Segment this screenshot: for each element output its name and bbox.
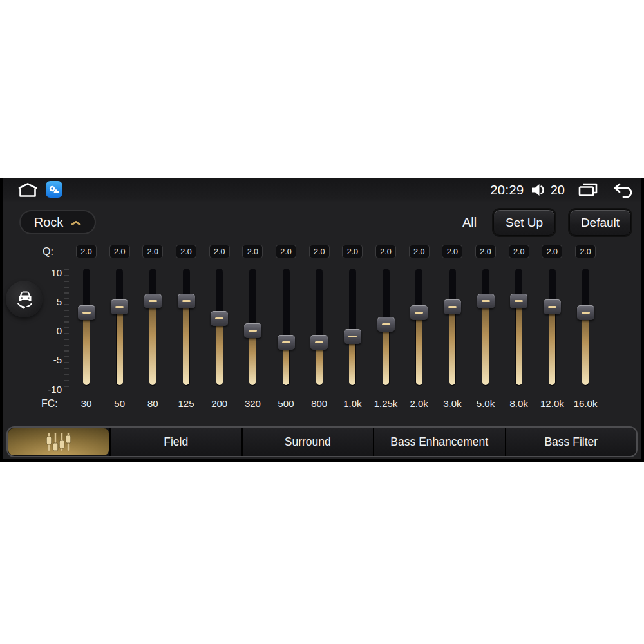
fc-row-label: FC:	[41, 398, 58, 410]
gain-axis-tick	[64, 316, 69, 317]
band-slider-handle[interactable]	[344, 329, 361, 344]
band-slider-track[interactable]	[116, 269, 123, 386]
q-value-box[interactable]: 2.0	[542, 245, 562, 258]
band-slider-track[interactable]	[449, 269, 456, 386]
handle-notch	[182, 300, 191, 302]
preset-dropdown[interactable]: Rock	[19, 210, 96, 234]
tab-label: Field	[164, 435, 188, 449]
q-value-box[interactable]: 2.0	[209, 245, 230, 258]
band-slider-track[interactable]	[549, 269, 556, 386]
screenshot-page: { "status_bar": { "time": "20:29", "volu…	[0, 0, 644, 644]
band-slider-handle[interactable]	[410, 305, 428, 320]
all-label: All	[462, 215, 477, 230]
band-frequency-label: 800	[301, 398, 337, 409]
tab-surround[interactable]: Surround	[242, 428, 374, 456]
band-slider-handle[interactable]	[544, 299, 561, 314]
band-slider-handle[interactable]	[211, 311, 228, 326]
gain-axis-tick	[64, 321, 69, 323]
volume-button[interactable]	[531, 183, 547, 197]
clock: 20:29	[490, 183, 524, 198]
handle-notch	[482, 300, 490, 302]
q-value-box[interactable]: 2.0	[442, 245, 462, 258]
band-slider-handle[interactable]	[78, 305, 95, 320]
band-frequency-label: 500	[268, 398, 304, 409]
band-frequency-label: 1.25k	[368, 398, 404, 409]
band-slider-handle[interactable]	[444, 299, 461, 314]
q-value-box[interactable]: 2.0	[575, 245, 596, 258]
handle-notch	[382, 323, 390, 325]
eq-app-button[interactable]	[46, 181, 62, 198]
tab-bass-filter[interactable]: Bass Filter	[505, 428, 637, 456]
band-slider-track[interactable]	[83, 269, 90, 386]
eq-app-icon	[48, 184, 60, 195]
band-slider-track[interactable]	[415, 269, 422, 386]
gain-axis-tick	[64, 333, 69, 334]
band-slider-handle[interactable]	[510, 294, 527, 308]
band-slider-handle[interactable]	[377, 317, 395, 332]
recent-apps-icon	[578, 182, 599, 198]
handle-notch	[149, 300, 157, 302]
tab-equalizer[interactable]	[8, 428, 109, 455]
volume-value: 20	[551, 183, 565, 198]
q-value-box[interactable]: 2.0	[142, 245, 163, 258]
tab-label: Surround	[285, 435, 331, 449]
gain-axis-tick	[64, 362, 69, 363]
tab-bass-enhancement[interactable]: Bass Enhancement	[373, 428, 505, 456]
band-slider-track[interactable]	[582, 269, 589, 386]
handle-notch	[548, 306, 556, 308]
default-button[interactable]: Default	[569, 209, 631, 236]
band-slider-track[interactable]	[482, 269, 489, 386]
q-value-box[interactable]: 2.0	[375, 245, 396, 258]
gain-axis-tick	[64, 345, 69, 346]
band-slider-handle[interactable]	[178, 294, 195, 308]
band-slider-track[interactable]	[183, 269, 190, 386]
handle-notch	[582, 312, 590, 314]
band-frequency-label: 125	[168, 398, 204, 409]
band-slider-track[interactable]	[216, 269, 223, 386]
gain-axis-tick	[64, 327, 69, 328]
band-slider-handle[interactable]	[278, 335, 295, 350]
q-value-box[interactable]: 2.0	[309, 245, 330, 258]
band-slider-handle[interactable]	[310, 335, 328, 350]
band-frequency-label: 200	[202, 398, 238, 409]
q-value-box[interactable]: 2.0	[509, 245, 529, 258]
band-frequency-label: 16.0k	[567, 398, 603, 409]
handle-notch	[82, 312, 91, 314]
band-frequency-label: 5.0k	[468, 398, 504, 409]
q-value-box[interactable]: 2.0	[276, 245, 296, 258]
band-frequency-label: 80	[135, 398, 171, 409]
gain-axis-tick	[64, 310, 69, 311]
gain-axis-tick	[64, 374, 69, 375]
q-value-box[interactable]: 2.0	[242, 245, 263, 258]
home-button[interactable]	[17, 182, 39, 198]
handle-notch	[315, 341, 323, 343]
back-icon	[613, 182, 634, 198]
band-slider-handle[interactable]	[144, 294, 162, 308]
tab-field[interactable]: Field	[109, 428, 242, 456]
screen-right-bezel	[641, 178, 644, 462]
band-slider-track[interactable]	[283, 269, 290, 386]
band-slider-handle[interactable]	[477, 294, 495, 308]
band-slider-track[interactable]	[316, 269, 323, 386]
screen-left-bezel	[0, 178, 3, 462]
q-value-box[interactable]: 2.0	[109, 245, 130, 258]
band-slider-handle[interactable]	[244, 323, 261, 338]
band-slider-track[interactable]	[349, 269, 356, 386]
q-value-box[interactable]: 2.0	[342, 245, 363, 258]
q-value-box[interactable]: 2.0	[76, 245, 97, 258]
q-value-box[interactable]: 2.0	[176, 245, 196, 258]
back-button[interactable]	[613, 182, 634, 198]
handle-notch	[448, 306, 457, 308]
band-slider-track[interactable]	[149, 269, 156, 386]
q-value-box[interactable]: 2.0	[475, 245, 496, 258]
gain-axis-tick	[64, 339, 69, 340]
recent-apps-button[interactable]	[578, 182, 599, 198]
band-slider-track[interactable]	[515, 269, 522, 386]
gain-axis-tick	[64, 298, 69, 299]
dsp-tab-bar: FieldSurroundBass EnhancementBass Filter	[6, 426, 638, 457]
band-slider-handle[interactable]	[577, 305, 594, 320]
q-value-box[interactable]: 2.0	[409, 245, 430, 258]
band-slider-handle[interactable]	[111, 299, 128, 314]
setup-button[interactable]: Set Up	[493, 209, 555, 236]
handle-notch	[115, 306, 124, 308]
